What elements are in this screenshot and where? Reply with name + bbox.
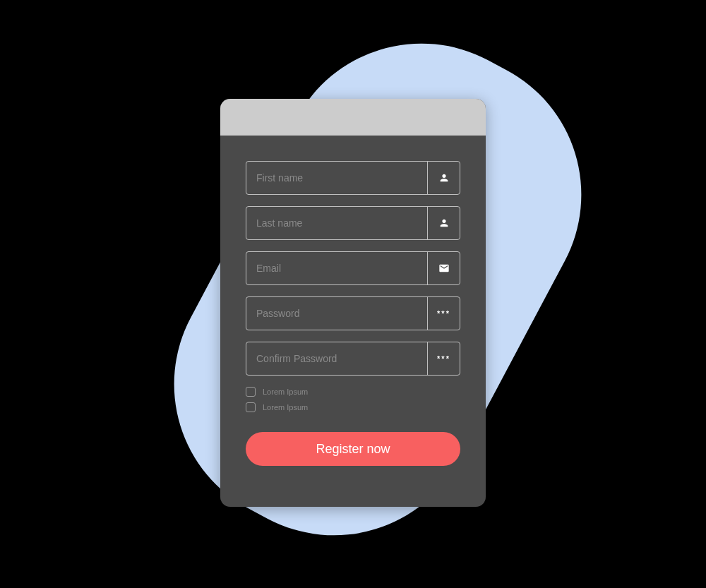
password-field: ***: [246, 296, 460, 330]
confirm-password-input[interactable]: [246, 342, 427, 375]
confirm-password-field: ***: [246, 342, 460, 376]
first-name-field: [246, 161, 460, 195]
last-name-input[interactable]: [246, 207, 427, 239]
password-mask-icon: ***: [427, 297, 460, 330]
last-name-field: [246, 206, 460, 240]
card-header: [220, 99, 486, 136]
checkbox-2[interactable]: [246, 402, 256, 412]
email-input[interactable]: [246, 252, 427, 284]
password-input[interactable]: [246, 297, 427, 330]
checkbox-row-1: Lorem Ipsum: [246, 387, 460, 397]
checkbox-2-label: Lorem Ipsum: [263, 403, 308, 412]
registration-card: *** *** Lorem Ipsum Lorem Ipsum Register…: [220, 99, 486, 507]
user-icon: [427, 207, 460, 239]
first-name-input[interactable]: [246, 162, 427, 194]
envelope-icon: [427, 252, 460, 284]
password-mask-icon: ***: [427, 342, 460, 375]
register-button[interactable]: Register now: [246, 432, 460, 466]
card-body: *** *** Lorem Ipsum Lorem Ipsum Register…: [220, 136, 486, 486]
checkbox-1-label: Lorem Ipsum: [263, 388, 308, 396]
user-icon: [427, 162, 460, 194]
checkbox-row-2: Lorem Ipsum: [246, 402, 460, 412]
checkbox-1[interactable]: [246, 387, 256, 397]
email-field: [246, 251, 460, 285]
